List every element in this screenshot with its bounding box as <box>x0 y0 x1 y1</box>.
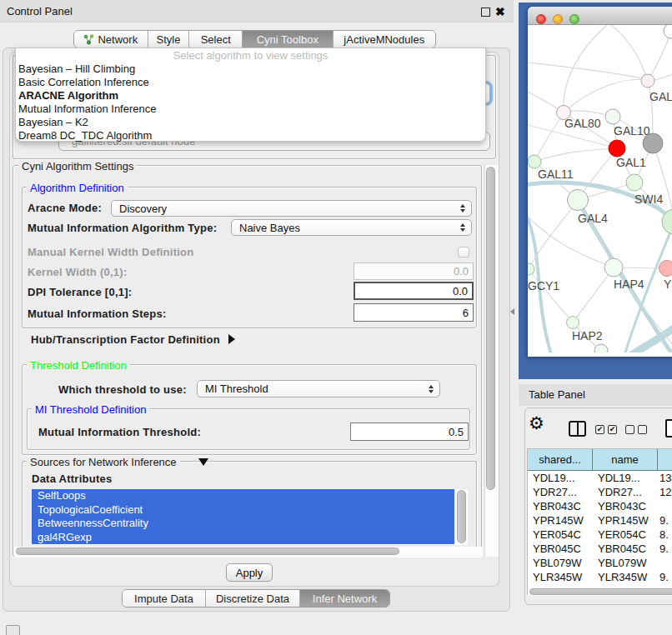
network-edge[interactable] <box>611 25 648 81</box>
tab-jactivemnodules[interactable]: jActiveMNodules <box>333 31 435 48</box>
data-attribute-item[interactable]: BetweennessCentrality <box>32 517 454 531</box>
deselect-all-icon2[interactable] <box>638 425 647 434</box>
tab-infer-network[interactable]: Infer Network <box>300 590 389 607</box>
algorithm-option[interactable]: Bayesian – Hill Climbing <box>16 62 485 76</box>
data-attribute-item[interactable]: SelfLoops <box>32 489 454 503</box>
new-column-icon[interactable] <box>665 419 672 438</box>
deselect-all-icon[interactable] <box>625 425 634 434</box>
column-header-shared-name[interactable]: shared... <box>528 453 592 466</box>
algorithm-option[interactable]: Mutual Information Inference <box>16 102 485 116</box>
mi-type-combo[interactable]: Naive Bayes <box>231 219 472 236</box>
network-node-Y-node[interactable] <box>659 261 672 277</box>
network-node-top-right[interactable] <box>664 25 672 38</box>
zoom-traffic-light[interactable] <box>569 14 579 24</box>
tab-impute-data[interactable]: Impute Data <box>123 590 206 607</box>
network-node-GAL1[interactable] <box>626 174 643 191</box>
hub-expand-icon[interactable] <box>228 334 235 344</box>
network-window-titlebar[interactable] <box>528 7 672 25</box>
table-panel-titlebar[interactable]: Table Panel <box>519 384 672 406</box>
kernel-width-field[interactable]: 0.0 <box>354 262 474 280</box>
table-row[interactable]: YPR145WYPR145W9. <box>528 513 672 528</box>
network-edge[interactable] <box>529 269 573 322</box>
apply-button[interactable]: Apply <box>226 563 273 582</box>
control-panel-titlebar[interactable]: Control Panel ✖ <box>0 0 514 22</box>
dpi-tolerance-field[interactable]: 0.0 <box>354 282 474 300</box>
network-edge[interactable] <box>528 62 641 78</box>
mi-type-value: Naive Bayes <box>239 222 300 234</box>
close-traffic-light[interactable] <box>536 14 546 24</box>
attributes-list-scrollbar-thumb[interactable] <box>457 490 466 543</box>
network-edge[interactable] <box>573 268 614 322</box>
network-node-GAL10[interactable] <box>605 109 620 124</box>
column-header-name[interactable]: name <box>593 453 657 466</box>
table-horizontal-scrollbar-thumb[interactable] <box>529 588 672 595</box>
settings-horizontal-scrollbar-thumb[interactable] <box>16 548 399 555</box>
algorithm-dropdown-items: Bayesian – Hill ClimbingBasic Correlatio… <box>16 62 485 142</box>
network-view-frame: GALGAL80GAL10GAL1GAL11SWI4GAL4HAP4YGCY1H… <box>519 2 672 379</box>
gear-icon[interactable]: ⚙ <box>529 413 544 433</box>
algorithm-option[interactable]: Basic Correlation Inference <box>16 76 485 89</box>
which-threshold-combo[interactable]: MI Threshold <box>197 380 440 398</box>
manual-kernel-label: Manual Kernel Width Definition <box>28 246 194 258</box>
select-all-icon[interactable]: ✔ <box>595 425 604 434</box>
network-edge[interactable] <box>534 112 564 162</box>
network-node-GAL11[interactable] <box>528 155 541 168</box>
network-edge[interactable] <box>648 31 671 81</box>
network-node-bottom-node[interactable] <box>594 344 608 352</box>
tab-cyni-toolbox[interactable]: Cyni Toolbox <box>243 31 333 48</box>
minimize-traffic-light[interactable] <box>553 14 563 24</box>
network-edge[interactable] <box>564 80 648 112</box>
tab-style[interactable]: Style <box>148 31 190 48</box>
network-node-HAP2[interactable] <box>567 317 579 329</box>
control-panel-tabs: Network Style Select Cyni Toolbox jActiv… <box>73 30 436 48</box>
select-all-icon2[interactable]: ✔ <box>608 425 617 434</box>
network-node-GAL4[interactable] <box>568 190 589 211</box>
tab-network[interactable]: Network <box>74 31 148 48</box>
network-node-HAP4[interactable] <box>604 258 623 277</box>
manual-kernel-checkbox[interactable] <box>458 247 469 258</box>
table-horizontal-scrollbar[interactable] <box>528 587 672 596</box>
algorithm-option[interactable]: Dream8 DC_TDC Algorithm <box>16 129 485 142</box>
network-canvas[interactable]: GALGAL80GAL10GAL1GAL11SWI4GAL4HAP4YGCY1H… <box>528 25 672 352</box>
algorithm-option[interactable]: Bayesian – K2 <box>16 116 485 129</box>
mi-threshold-field[interactable]: 0.5 <box>350 422 469 441</box>
data-attribute-item[interactable]: TopologicalCoefficient <box>32 503 454 518</box>
mi-steps-label: Mutual Information Steps: <box>28 308 167 320</box>
table-row[interactable]: YBR045CYBR045C9. <box>528 542 672 556</box>
sources-collapse-icon[interactable] <box>198 458 208 466</box>
aracne-mode-value: Discovery <box>119 202 167 215</box>
data-attributes-list: SelfLoopsTopologicalCoefficientBetweenne… <box>32 489 468 545</box>
mi-threshold-label: Mutual Information Threshold: <box>38 426 201 438</box>
tab-discretize-data[interactable]: Discretize Data <box>206 590 300 607</box>
table-panel-title: Table Panel <box>529 388 585 401</box>
control-panel-window: Control Panel ✖ Network Style Select Cyn… <box>0 0 514 635</box>
mi-steps-field[interactable]: 6 <box>354 303 474 322</box>
table-row[interactable]: YDR27...YDR27...12 <box>528 485 672 499</box>
network-edge[interactable] <box>654 74 672 80</box>
table-row[interactable]: YBR043CYBR043C <box>528 499 672 513</box>
float-window-icon[interactable] <box>481 8 490 17</box>
table-row[interactable]: YER054CYER054C8. <box>528 528 672 542</box>
tab-select[interactable]: Select <box>189 31 243 48</box>
algorithm-definition-title: Algorithm Definition <box>27 182 128 194</box>
dock-panel-icon[interactable] <box>6 625 20 635</box>
hub-definition-label: Hub/Transcription Factor Definition <box>31 333 220 346</box>
network-node-red-node[interactable] <box>609 140 625 157</box>
data-attribute-item[interactable]: gal4RGexp <box>32 531 454 545</box>
table-header: shared... name <box>528 449 672 471</box>
aracne-mode-combo[interactable]: Discovery <box>111 200 472 217</box>
network-edge[interactable] <box>564 25 607 112</box>
close-window-icon[interactable]: ✖ <box>495 5 505 18</box>
network-node-GAL2[interactable] <box>641 74 654 88</box>
network-edge[interactable] <box>534 148 617 162</box>
network-node-GCY1[interactable] <box>528 263 534 275</box>
settings-vertical-scrollbar-thumb[interactable] <box>486 167 495 490</box>
table-row[interactable]: YBL079WYBL079W <box>528 556 672 570</box>
network-node-gray-node[interactable] <box>643 133 663 153</box>
columns-icon[interactable] <box>569 421 586 437</box>
table-row[interactable]: YLR345WYLR345W9. <box>528 570 672 584</box>
network-node-label-GAL10: GAL10 <box>614 124 650 138</box>
algorithm-option[interactable]: ARACNE Algorithm <box>16 89 485 102</box>
table-row[interactable]: YDL19...YDL19...13 <box>528 471 672 485</box>
splitter-collapse-icon[interactable] <box>510 308 514 315</box>
